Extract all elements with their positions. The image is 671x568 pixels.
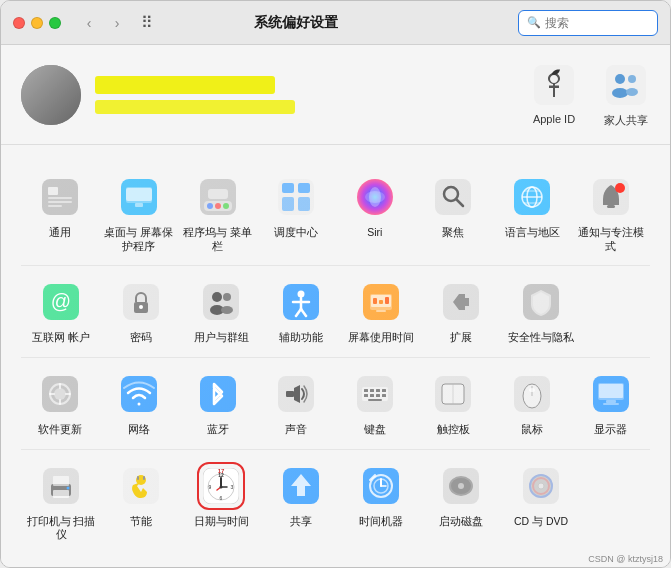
svg-marker-73 <box>294 385 300 403</box>
svg-text:@: @ <box>51 290 71 312</box>
svg-rect-100 <box>53 490 69 498</box>
svg-point-5 <box>626 88 638 96</box>
close-button[interactable] <box>13 17 25 29</box>
pref-item-bluetooth[interactable]: 蓝牙 <box>178 366 257 441</box>
sound-label: 声音 <box>285 423 307 437</box>
svg-rect-60 <box>376 310 386 312</box>
profile-name-blur <box>95 76 275 94</box>
profile-left <box>21 65 295 125</box>
siri-icon <box>351 173 399 221</box>
maximize-button[interactable] <box>49 17 61 29</box>
battery-label: 节能 <box>130 515 152 529</box>
svg-rect-76 <box>364 389 368 392</box>
svg-rect-14 <box>135 203 143 207</box>
pref-item-language[interactable]: 语言与地区 <box>493 169 572 257</box>
desktop-icon <box>115 173 163 221</box>
pref-item-notification[interactable]: 通知与专注模式 <box>571 169 650 257</box>
pref-item-display[interactable]: 显示器 <box>571 366 650 441</box>
pref-item-startdisk[interactable]: 启动磁盘 <box>421 458 501 546</box>
pref-item-general[interactable]: 通用 <box>21 169 100 257</box>
trackpad-icon <box>429 370 477 418</box>
svg-rect-79 <box>382 389 386 392</box>
svg-point-2 <box>615 74 625 84</box>
svg-rect-99 <box>53 476 69 486</box>
mouse-icon <box>508 370 556 418</box>
cddvd-label: CD 与 DVD <box>514 515 568 529</box>
pref-item-siri[interactable]: Siri <box>336 169 415 257</box>
users-label: 用户与群组 <box>194 331 249 345</box>
svg-rect-1 <box>606 65 646 105</box>
pref-item-password[interactable]: 密码 <box>101 274 181 349</box>
pref-item-network[interactable]: 网络 <box>100 366 179 441</box>
apple-id-icon <box>530 61 578 109</box>
network-icon <box>115 370 163 418</box>
general-label: 通用 <box>49 226 71 240</box>
svg-point-68 <box>54 388 66 400</box>
pref-item-users[interactable]: 用户与群组 <box>181 274 261 349</box>
keyboard-icon <box>351 370 399 418</box>
svg-point-19 <box>223 203 229 209</box>
svg-rect-62 <box>379 300 383 304</box>
profile-right: Apple ID 家人共享 <box>530 61 650 128</box>
svg-point-101 <box>67 486 70 489</box>
dock-icon <box>194 173 242 221</box>
display-label: 显示器 <box>594 423 627 437</box>
pref-item-mouse[interactable]: 鼠标 <box>493 366 572 441</box>
svg-rect-81 <box>370 394 374 397</box>
pref-item-printer[interactable]: 打印机与 扫描仪 <box>21 458 101 546</box>
svg-text:6: 6 <box>220 495 223 501</box>
pref-item-software[interactable]: 软件更新 <box>21 366 100 441</box>
pref-item-internet[interactable]: @互联网 帐户 <box>21 274 101 349</box>
password-icon <box>117 278 165 326</box>
startdisk-icon <box>437 462 485 510</box>
search-icon: 🔍 <box>527 16 541 29</box>
svg-text:17: 17 <box>218 468 225 474</box>
svg-point-40 <box>615 183 625 193</box>
pref-item-desktop[interactable]: 桌面与 屏幕保护程序 <box>100 169 179 257</box>
avatar[interactable] <box>21 65 81 125</box>
svg-text:3: 3 <box>231 484 234 490</box>
svg-rect-82 <box>376 394 380 397</box>
svg-rect-8 <box>48 197 72 199</box>
search-input[interactable] <box>545 16 649 30</box>
svg-point-3 <box>628 75 636 83</box>
svg-rect-13 <box>126 188 152 201</box>
svg-point-17 <box>207 203 213 209</box>
sharing-icon <box>277 462 325 510</box>
svg-rect-20 <box>208 189 228 199</box>
pref-item-sharing[interactable]: 共享 <box>261 458 341 546</box>
display-icon <box>587 370 635 418</box>
pref-item-screentime[interactable]: 屏幕使用时间 <box>341 274 421 349</box>
pref-item-datetime[interactable]: 1236917日期与时间 <box>181 458 261 546</box>
pref-item-keyboard[interactable]: 键盘 <box>336 366 415 441</box>
pref-item-dock[interactable]: 程序坞与 菜单栏 <box>178 169 257 257</box>
window-title: 系统偏好设置 <box>81 14 510 32</box>
network-label: 网络 <box>128 423 150 437</box>
accessibility-label: 辅助功能 <box>279 331 323 345</box>
svg-point-50 <box>221 306 233 314</box>
language-label: 语言与地区 <box>505 226 560 240</box>
pref-item-spotlight[interactable]: 聚焦 <box>414 169 493 257</box>
screentime-label: 屏幕使用时间 <box>348 331 414 345</box>
pref-item-sound[interactable]: 声音 <box>257 366 336 441</box>
dock-label: 程序坞与 菜单栏 <box>182 226 254 253</box>
pref-item-cddvd[interactable]: CD 与 DVD <box>501 458 581 546</box>
mission-label: 调度中心 <box>274 226 318 240</box>
internet-label: 互联网 帐户 <box>32 331 90 345</box>
search-box[interactable]: 🔍 <box>518 10 658 36</box>
pref-item-battery[interactable]: 节能 <box>101 458 181 546</box>
pref-item-timemachine[interactable]: 时间机器 <box>341 458 421 546</box>
pref-item-accessibility[interactable]: 辅助功能 <box>261 274 341 349</box>
pref-item-security[interactable]: 安全性与隐私 <box>501 274 581 349</box>
prefs-row-0: 通用桌面与 屏幕保护程序程序坞与 菜单栏调度中心Siri聚焦语言与地区通知与专注… <box>21 161 650 266</box>
users-icon <box>197 278 245 326</box>
minimize-button[interactable] <box>31 17 43 29</box>
svg-rect-23 <box>298 183 310 193</box>
pref-item-trackpad[interactable]: 触控板 <box>414 366 493 441</box>
family-sharing-button[interactable]: 家人共享 <box>602 61 650 128</box>
svg-rect-25 <box>298 197 310 211</box>
apple-id-button[interactable]: Apple ID <box>530 61 578 125</box>
pref-item-extensions[interactable]: 扩展 <box>421 274 501 349</box>
pref-item-mission[interactable]: 调度中心 <box>257 169 336 257</box>
svg-rect-29 <box>435 179 471 215</box>
